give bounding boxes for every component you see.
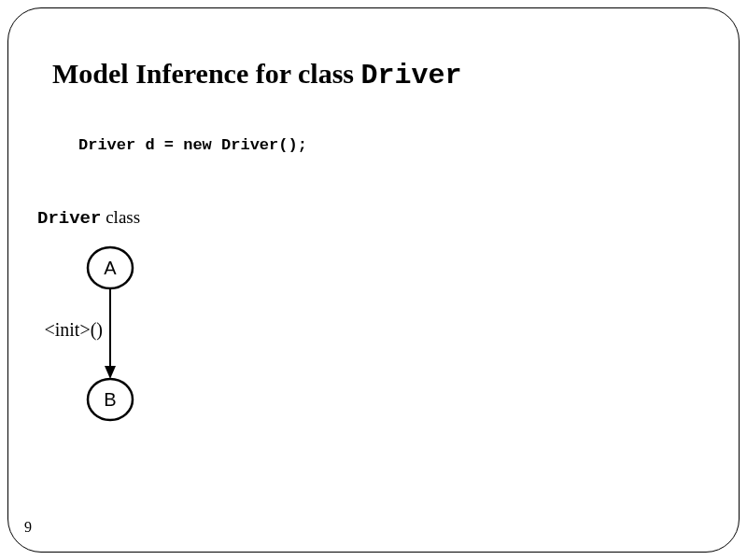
page-number: 9: [24, 519, 32, 536]
edge-a-b-label: <init>(): [44, 319, 103, 341]
title-prefix: Model Inference for class: [52, 58, 360, 89]
state-diagram: A <init>() B: [37, 243, 187, 439]
edge-a-b-arrowhead: [105, 366, 116, 379]
slide: Model Inference for class Driver Driver …: [0, 0, 747, 560]
slide-title: Model Inference for class Driver: [52, 58, 462, 91]
class-label-name: Driver: [37, 208, 101, 229]
state-node-b-label: B: [104, 389, 116, 410]
code-line: Driver d = new Driver();: [78, 136, 307, 154]
class-label: Driver class: [37, 207, 140, 229]
class-label-suffix: class: [101, 207, 140, 227]
state-node-a-label: A: [104, 258, 117, 278]
title-classname: Driver: [360, 60, 461, 91]
